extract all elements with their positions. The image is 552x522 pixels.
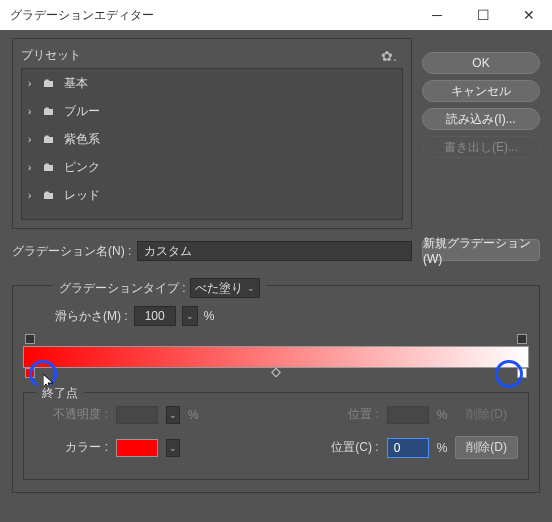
position-label: 位置 : [348,406,379,423]
ok-button[interactable]: OK [422,52,540,74]
position-unit: % [437,408,448,422]
gradient-bar[interactable] [23,346,529,368]
preset-item[interactable]: › 🖿 ブルー [22,97,402,125]
chevron-right-icon: › [28,134,40,145]
chevron-down-icon[interactable]: ⌄ [166,439,180,457]
preset-item[interactable]: › 🖿 基本 [22,69,402,97]
folder-icon: 🖿 [40,132,58,146]
window-title: グラデーションエディター [10,7,414,24]
gradient-name-label: グラデーション名(N) : [12,243,131,260]
color-stop-left[interactable] [25,368,35,378]
position-c-input[interactable] [387,438,429,458]
chevron-down-icon: ⌄ [186,311,194,321]
minimize-button[interactable]: ─ [414,0,460,30]
preset-list[interactable]: › 🖿 基本 › 🖿 ブルー › 🖿 紫色系 › 🖿 ピンク [21,68,403,220]
chevron-right-icon: › [28,190,40,201]
opacity-stop-right[interactable] [517,334,527,344]
titlebar: グラデーションエディター ─ ☐ ✕ [0,0,552,30]
preset-label: プリセット [21,47,381,64]
smoothness-label: 滑らかさ(M) : [55,308,128,325]
new-gradient-button[interactable]: 新規グラデーション(W) [422,239,540,261]
preset-item[interactable]: › 🖿 紫色系 [22,125,402,153]
chevron-right-icon: › [28,162,40,173]
chevron-right-icon: › [28,106,40,117]
preset-panel: プリセット ✿. › 🖿 基本 › 🖿 ブルー › 🖿 紫色系 [12,38,412,229]
chevron-down-icon: ⌄ [166,406,180,424]
import-button[interactable]: 読み込み(I)... [422,108,540,130]
gradient-type-select[interactable]: べた塗り ⌄ [190,278,260,298]
preset-item[interactable]: › 🖿 ピンク [22,153,402,181]
midpoint-handle[interactable] [271,368,281,378]
smoothness-dropdown[interactable]: ⌄ [182,306,198,326]
gradient-type-label: グラデーションタイプ : [59,280,186,297]
gradient-editor [23,334,529,380]
close-button[interactable]: ✕ [506,0,552,30]
opacity-label: 不透明度 : [34,406,108,423]
gradient-name-input[interactable] [137,241,412,261]
folder-icon: 🖿 [40,160,58,174]
chevron-right-icon: › [28,78,40,89]
delete-button: 削除(D) [455,403,518,426]
opacity-unit: % [188,408,199,422]
opacity-stop-left[interactable] [25,334,35,344]
color-label: カラー : [34,439,108,456]
delete-button[interactable]: 削除(D) [455,436,518,459]
maximize-button[interactable]: ☐ [460,0,506,30]
gear-icon[interactable]: ✿. [381,48,397,64]
export-button[interactable]: 書き出し(E)... [422,136,540,158]
cancel-button[interactable]: キャンセル [422,80,540,102]
chevron-down-icon: ⌄ [247,283,255,293]
folder-icon: 🖿 [40,76,58,90]
smoothness-input[interactable] [134,306,176,326]
preset-item[interactable]: › 🖿 レッド [22,181,402,209]
position-c-label: 位置(C) : [331,439,378,456]
opacity-input [116,406,158,424]
color-stop-right[interactable] [517,368,527,378]
smoothness-unit: % [204,309,215,323]
gradient-section: グラデーションタイプ : べた塗り ⌄ 滑らかさ(M) : ⌄ % 終了点 [12,285,540,493]
color-swatch[interactable] [116,439,158,457]
endpoints-title: 終了点 [36,385,84,402]
position-input [387,406,429,424]
position-c-unit: % [437,441,448,455]
folder-icon: 🖿 [40,104,58,118]
folder-icon: 🖿 [40,188,58,202]
endpoints-panel: 終了点 不透明度 : ⌄ % 位置 : % 削除(D) カラー : ⌄ 位置(C… [23,392,529,480]
